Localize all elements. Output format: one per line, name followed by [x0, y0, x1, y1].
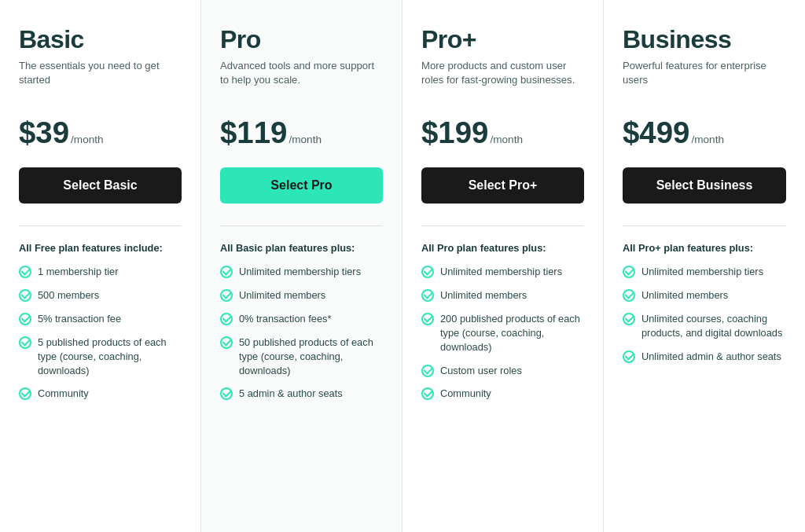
feature-text: Unlimited membership tiers [239, 265, 361, 279]
feature-text: Unlimited admin & author seats [641, 350, 781, 364]
check-icon [19, 313, 31, 325]
features-label-basic: All Free plan features include: [19, 242, 182, 254]
features-list-business: Unlimited membership tiersUnlimited memb… [623, 265, 786, 373]
price-amount-proplus: $199 [421, 116, 488, 150]
plan-col-basic: BasicThe essentials you need to get star… [0, 0, 201, 532]
feature-item: Community [421, 387, 584, 401]
plan-name-proplus: Pro+ [421, 25, 584, 54]
check-icon [421, 289, 434, 302]
check-icon [19, 266, 31, 278]
select-btn-business[interactable]: Select Business [623, 167, 786, 204]
feature-item: Unlimited membership tiers [623, 265, 786, 279]
check-icon [220, 387, 233, 400]
feature-text: 1 membership tier [38, 265, 118, 279]
price-period-business: /month [691, 134, 724, 145]
feature-text: 500 members [38, 288, 99, 303]
features-label-proplus: All Pro plan features plus: [421, 242, 584, 254]
select-btn-proplus[interactable]: Select Pro+ [421, 167, 584, 204]
feature-item: 5% transaction fee [19, 312, 182, 326]
check-icon [623, 313, 635, 325]
feature-text: Unlimited members [239, 288, 325, 303]
pricing-grid: BasicThe essentials you need to get star… [0, 0, 805, 532]
feature-text: 200 published products of each type (cou… [440, 312, 584, 354]
plan-price-pro: $119/month [220, 116, 383, 150]
feature-item: 500 members [19, 288, 182, 303]
check-icon [19, 289, 31, 302]
feature-text: Community [38, 387, 89, 401]
divider-basic [19, 226, 182, 226]
divider-pro [220, 226, 383, 226]
select-btn-basic[interactable]: Select Basic [19, 167, 182, 204]
feature-item: Unlimited membership tiers [220, 265, 383, 279]
feature-item: Unlimited members [421, 288, 584, 303]
feature-text: 0% transaction fees* [239, 312, 331, 326]
check-icon [421, 313, 434, 325]
check-icon [623, 289, 635, 302]
feature-text: Custom user roles [440, 364, 522, 378]
check-icon [220, 266, 233, 278]
check-icon [623, 266, 635, 278]
feature-item: 200 published products of each type (cou… [421, 312, 584, 354]
plan-desc-business: Powerful features for enterprise users [623, 59, 786, 100]
price-amount-business: $499 [623, 116, 689, 150]
plan-name-business: Business [623, 25, 786, 54]
select-btn-pro[interactable]: Select Pro [220, 167, 383, 204]
feature-text: 50 published products of each type (cour… [239, 336, 383, 378]
features-label-pro: All Basic plan features plus: [220, 242, 383, 254]
plan-desc-proplus: More products and custom user roles for … [421, 59, 584, 100]
plan-col-business: BusinessPowerful features for enterprise… [604, 0, 805, 532]
feature-text: Unlimited courses, coaching products, an… [641, 312, 786, 340]
plan-name-pro: Pro [220, 25, 383, 54]
check-icon [421, 387, 434, 400]
feature-item: Unlimited admin & author seats [623, 350, 786, 364]
features-list-proplus: Unlimited membership tiersUnlimited memb… [421, 265, 584, 410]
price-period-basic: /month [71, 134, 104, 145]
feature-item: Unlimited members [220, 288, 383, 303]
features-label-business: All Pro+ plan features plus: [623, 242, 786, 254]
feature-item: Community [19, 387, 182, 401]
feature-item: 5 published products of each type (cours… [19, 336, 182, 378]
features-list-pro: Unlimited membership tiersUnlimited memb… [220, 265, 383, 410]
feature-text: Unlimited membership tiers [440, 265, 562, 279]
feature-item: Custom user roles [421, 364, 584, 378]
check-icon [19, 387, 31, 400]
divider-business [623, 226, 786, 226]
divider-proplus [421, 226, 584, 226]
plan-price-business: $499/month [623, 116, 786, 150]
price-period-proplus: /month [490, 134, 523, 145]
plan-col-pro: ProAdvanced tools and more support to he… [201, 0, 402, 532]
plan-price-proplus: $199/month [421, 116, 584, 150]
check-icon [220, 289, 233, 302]
feature-text: 5 published products of each type (cours… [38, 336, 182, 378]
features-list-basic: 1 membership tier500 members5% transacti… [19, 265, 182, 410]
feature-item: Unlimited membership tiers [421, 265, 584, 279]
plan-desc-pro: Advanced tools and more support to help … [220, 59, 383, 100]
plan-price-basic: $39/month [19, 116, 182, 150]
feature-item: 5 admin & author seats [220, 387, 383, 401]
feature-text: Community [440, 387, 491, 401]
check-icon [623, 350, 635, 363]
feature-text: Unlimited members [440, 288, 527, 303]
feature-item: Unlimited members [623, 288, 786, 303]
feature-text: 5 admin & author seats [239, 387, 343, 401]
feature-text: Unlimited members [641, 288, 728, 303]
check-icon [220, 313, 233, 325]
plan-col-proplus: Pro+More products and custom user roles … [402, 0, 604, 532]
check-icon [220, 336, 233, 349]
price-amount-pro: $119 [220, 116, 287, 150]
price-amount-basic: $39 [19, 116, 69, 150]
check-icon [421, 365, 434, 377]
feature-text: 5% transaction fee [38, 312, 121, 326]
feature-item: Unlimited courses, coaching products, an… [623, 312, 786, 340]
feature-item: 0% transaction fees* [220, 312, 383, 326]
price-period-pro: /month [289, 134, 322, 145]
plan-name-basic: Basic [19, 25, 182, 54]
plan-desc-basic: The essentials you need to get started [19, 59, 182, 100]
feature-item: 1 membership tier [19, 265, 182, 279]
check-icon [421, 266, 434, 278]
feature-item: 50 published products of each type (cour… [220, 336, 383, 378]
check-icon [19, 336, 31, 349]
feature-text: Unlimited membership tiers [641, 265, 763, 279]
